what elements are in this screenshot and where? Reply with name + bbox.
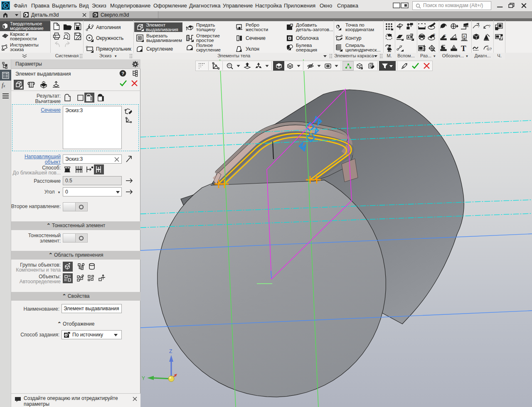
- svg-text:Y: Y: [142, 375, 145, 381]
- svg-text:?: ?: [478, 24, 480, 28]
- svg-text:?: ?: [488, 24, 490, 28]
- svg-text:Z: Z: [169, 348, 172, 354]
- svg-text:E: E: [444, 34, 446, 37]
- svg-text:A: A: [463, 34, 466, 38]
- svg-text:R: R: [433, 33, 435, 36]
- svg-text:?: ?: [121, 71, 124, 76]
- svg-text:G?: G?: [487, 47, 492, 51]
- svg-text:T: T: [461, 44, 466, 52]
